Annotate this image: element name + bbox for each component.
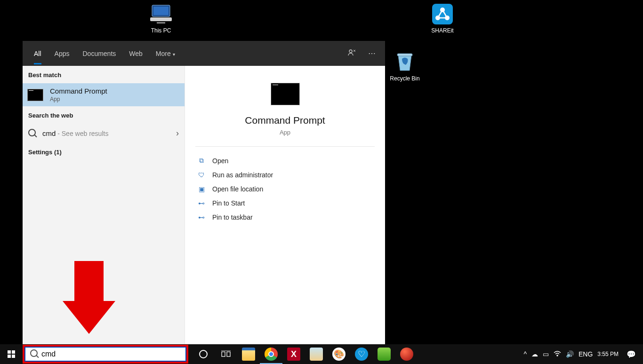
action-pin-to-taskbar[interactable]: ⊷Pin to taskbar [195, 210, 375, 224]
preview-subtitle: App [195, 129, 375, 136]
task-view-button[interactable] [215, 344, 237, 364]
svg-rect-2 [150, 17, 172, 21]
recycle-bin-icon [394, 51, 416, 73]
svg-rect-4 [432, 4, 453, 24]
taskbar-app-file-explorer[interactable] [237, 344, 260, 364]
taskbar-clock[interactable]: 3:55 PM [597, 351, 619, 357]
windows-logo-icon [8, 350, 15, 358]
search-web-header: Search the web [23, 106, 185, 124]
wifi-icon[interactable] [554, 350, 561, 358]
onedrive-icon[interactable]: ☁ [531, 350, 538, 358]
taskbar-search-input[interactable] [41, 350, 181, 358]
taskbar-search-box[interactable] [24, 347, 186, 362]
taskbar-app-chrome[interactable] [260, 344, 282, 364]
desktop-icon-recycle-bin[interactable]: Recycle Bin [386, 51, 424, 82]
desktop-icon-label: SHAREit [424, 27, 461, 34]
svg-rect-11 [227, 352, 230, 356]
desktop-icon-this-pc[interactable]: This PC [142, 3, 180, 34]
more-options-icon[interactable]: ⋯ [368, 49, 376, 58]
tab-web[interactable]: Web [122, 42, 149, 64]
action-open[interactable]: ⧉Open [195, 153, 375, 168]
tab-apps[interactable]: Apps [48, 42, 76, 64]
annotation-arrow [74, 261, 115, 334]
taskbar-search-highlight [23, 345, 188, 364]
desktop-icon-shareit[interactable]: SHAREit [424, 3, 461, 34]
volume-icon[interactable]: 🔊 [566, 350, 574, 358]
search-icon [30, 349, 38, 359]
taskbar-app-green[interactable] [373, 344, 395, 364]
taskbar-app-stickies[interactable] [305, 344, 328, 364]
search-icon [28, 129, 36, 138]
svg-point-9 [349, 50, 352, 53]
command-prompt-icon [271, 83, 300, 105]
action-pin-to-start[interactable]: ⊷Pin to Start [195, 196, 375, 210]
svg-rect-3 [157, 22, 165, 24]
web-result-hint: - See web results [56, 130, 108, 137]
svg-rect-8 [397, 54, 412, 56]
folder-icon: ▣ [197, 185, 206, 193]
tab-documents[interactable]: Documents [76, 42, 122, 64]
shareit-icon [431, 3, 454, 25]
settings-header[interactable]: Settings (1) [23, 143, 185, 160]
computer-icon [150, 3, 172, 25]
start-button[interactable] [0, 344, 23, 364]
taskbar-app-shield[interactable]: ♡ [350, 344, 373, 364]
shield-icon: 🛡 [197, 171, 206, 179]
best-match-title: Command Prompt [50, 87, 107, 95]
desktop-icon-label: Recycle Bin [386, 75, 424, 82]
open-icon: ⧉ [197, 157, 206, 165]
taskbar-app-paint[interactable]: 🎨 [328, 344, 350, 364]
taskbar-app-red-x[interactable]: X [282, 344, 305, 364]
svg-rect-10 [222, 352, 225, 356]
web-result[interactable]: cmd - See web results › [23, 124, 185, 143]
battery-icon[interactable]: ▭ [543, 350, 549, 358]
language-indicator[interactable]: ENG [579, 350, 593, 358]
feedback-icon[interactable] [347, 48, 356, 59]
taskbar: X 🎨 ♡ ^ ☁ ▭ 🔊 ENG 3:55 PM 💬 [0, 344, 643, 364]
system-tray: ^ ☁ ▭ 🔊 ENG 3:55 PM 💬 [520, 344, 643, 364]
action-open-file-location[interactable]: ▣Open file location [195, 182, 375, 196]
taskbar-app-red-ball[interactable] [395, 344, 418, 364]
best-match-header: Best match [23, 66, 185, 83]
best-match-subtitle: App [50, 96, 107, 103]
best-match-result[interactable]: Command Prompt App [23, 83, 185, 106]
tab-all[interactable]: All [27, 42, 48, 64]
web-result-query: cmd [42, 129, 56, 137]
tab-more[interactable]: More [149, 42, 182, 64]
action-center-icon[interactable]: 💬 [623, 350, 639, 359]
command-prompt-icon [27, 89, 43, 101]
action-run-as-admin[interactable]: 🛡Run as administrator [195, 168, 375, 182]
cortana-button[interactable] [192, 344, 215, 364]
pin-icon: ⊷ [197, 214, 206, 221]
svg-point-13 [557, 355, 558, 356]
result-preview-pane: Command Prompt App ⧉Open 🛡Run as adminis… [185, 66, 385, 344]
pin-icon: ⊷ [197, 199, 206, 207]
svg-rect-1 [153, 7, 169, 15]
preview-title: Command Prompt [195, 115, 375, 126]
tray-overflow-icon[interactable]: ^ [523, 350, 527, 358]
desktop-icon-label: This PC [142, 27, 180, 34]
chevron-right-icon: › [176, 128, 179, 138]
search-tabs: All Apps Documents Web More ⋯ [23, 41, 385, 66]
